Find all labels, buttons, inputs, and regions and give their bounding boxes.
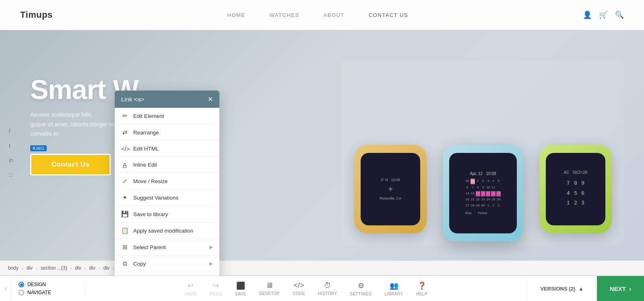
menu-item-hide[interactable]: ◑ Hide (115, 272, 219, 276)
contact-us-button[interactable]: Contact Us (30, 154, 111, 175)
versions-button[interactable]: VERSIONS (2) ▲ (527, 276, 597, 301)
design-radio-dot (19, 282, 24, 287)
redo-button[interactable]: ↪ REDO (210, 281, 222, 296)
social-sidebar: f t in □ (9, 128, 13, 178)
library-icon: 👥 (390, 281, 398, 290)
copy-icon: ⧉ (121, 260, 128, 267)
apply-saved-icon: 📋 (121, 227, 128, 234)
cart-icon[interactable]: 🛒 (599, 10, 608, 19)
nav-about[interactable]: ABOUT (324, 12, 345, 18)
select-parent-icon: ⊞ (121, 243, 128, 251)
navigate-mode-radio[interactable]: NAVIGATE (19, 290, 78, 295)
redo-icon: ↪ (213, 281, 219, 290)
undo-button[interactable]: ↩ UNDO (184, 281, 197, 296)
breadcrumb-bar: body › div › section ...(3) › div › div … (0, 260, 644, 276)
menu-item-suggest-variations[interactable]: ✦ Suggest Variations (115, 190, 219, 206)
button-badge: A.btn1 (30, 145, 47, 151)
redo-label: REDO (210, 292, 222, 296)
user-icon[interactable]: 👤 (583, 10, 592, 19)
watch-right-screen: AC 56/2=28 789 456 123 (546, 153, 605, 225)
next-arrow-icon: › (629, 285, 631, 292)
code-button[interactable]: </> CODE (293, 281, 305, 296)
settings-button[interactable]: ⚙ SETTINGS (350, 281, 372, 296)
rearrange-icon: ⇄ (121, 129, 128, 136)
search-icon[interactable]: 🔍 (615, 10, 624, 19)
menu-item-copy[interactable]: ⧉ Copy ▶ (115, 256, 219, 272)
history-label: HISTORY (318, 291, 337, 296)
watch-group: 0° N 10:09 ✦ Roseville, CA Apr, 12 10:09… (342, 60, 624, 245)
settings-label: SETTINGS (350, 292, 372, 296)
settings-icon: ⚙ (358, 281, 364, 290)
save-icon: ⬛ (236, 281, 245, 290)
code-label: CODE (293, 291, 305, 296)
context-menu: Link <a> ✕ ✏ Edit Element ⇄ Rearrange </… (115, 91, 219, 276)
design-mode-radio[interactable]: DESIGN (19, 282, 78, 287)
breadcrumb-div-2[interactable]: div (75, 265, 81, 271)
watch-right-content: AC 56/2=28 789 456 123 (564, 169, 588, 209)
menu-item-save-library[interactable]: 💾 Save to library (115, 206, 219, 223)
linkedin-icon[interactable]: in (9, 157, 13, 163)
menu-label-copy: Copy (133, 261, 146, 267)
twitter-icon[interactable]: t (9, 142, 13, 149)
breadcrumb-div-3[interactable]: div (89, 265, 95, 271)
nav-links: HOME WATCHES ABOUT CONTACT US (227, 12, 409, 18)
menu-label-edit-html: Edit HTML (133, 146, 159, 152)
move-resize-icon: ⤢ (121, 177, 128, 185)
menu-item-edit-element[interactable]: ✏ Edit Element (115, 108, 219, 124)
menu-label-move-resize: Move / Resize (133, 178, 168, 184)
watch-right: AC 56/2=28 789 456 123 (539, 145, 612, 233)
breadcrumb-sep-1: › (22, 266, 23, 270)
versions-chevron-icon: ▲ (578, 286, 584, 292)
menu-label-inline-edit: Inline Edit (133, 162, 157, 168)
top-navigation: Timups HOME WATCHES ABOUT CONTACT US 👤 🛒… (0, 0, 644, 30)
menu-item-edit-html[interactable]: </> Edit HTML (115, 141, 219, 157)
watch-display-area: 0° N 10:09 ✦ Roseville, CA Apr, 12 10:09… (322, 30, 644, 276)
watch-center-screen: Apr, 12 10:09 303112345 67891011 1314151… (449, 153, 517, 233)
menu-item-inline-edit[interactable]: A Inline Edit (115, 157, 219, 173)
undo-label: UNDO (184, 292, 197, 296)
menu-item-move-resize[interactable]: ⤢ Move / Resize (115, 173, 219, 190)
navigate-radio-dot (19, 290, 24, 295)
watch-left: 0° N 10:09 ✦ Roseville, CA (354, 145, 427, 233)
save-library-icon: 💾 (121, 210, 128, 218)
hero-section: f t in □ Smart Wa Aenean scelerisque fel… (0, 30, 644, 276)
breadcrumb-sep-2: › (36, 266, 37, 270)
help-label: HELP (416, 292, 427, 296)
menu-label-apply-saved: Apply saved modification (133, 228, 193, 234)
logo: Timups (20, 10, 53, 20)
breadcrumb-div-4[interactable]: div (103, 265, 109, 271)
instagram-icon[interactable]: □ (9, 171, 13, 178)
library-button[interactable]: 👥 LIBRARY (385, 281, 403, 296)
undo-icon: ↩ (188, 281, 194, 290)
code-icon: </> (293, 281, 304, 290)
next-button[interactable]: NEXT › (597, 276, 644, 301)
menu-item-apply-saved[interactable]: 📋 Apply saved modification (115, 223, 219, 239)
menu-item-select-parent[interactable]: ⊞ Select Parent ▶ (115, 239, 219, 256)
nav-home[interactable]: HOME (227, 12, 246, 18)
breadcrumb-body[interactable]: body (8, 265, 19, 271)
breadcrumb-section[interactable]: section ...(3) (41, 265, 67, 271)
menu-item-rearrange[interactable]: ⇄ Rearrange (115, 124, 219, 141)
context-menu-header: Link <a> ✕ (115, 91, 219, 108)
watch-left-screen: 0° N 10:09 ✦ Roseville, CA (361, 153, 420, 225)
menu-label-rearrange: Rearrange (133, 130, 159, 136)
context-menu-close-button[interactable]: ✕ (208, 95, 213, 103)
facebook-icon[interactable]: f (9, 128, 13, 134)
help-button[interactable]: ❓ HELP (416, 281, 427, 296)
select-parent-chevron: ▶ (209, 244, 213, 250)
history-button[interactable]: ⏱ HISTORY (318, 281, 337, 296)
desktop-button[interactable]: 🖥 DESKTOP (259, 281, 280, 296)
save-button[interactable]: ⬛ SAVE (235, 281, 246, 296)
nav-icon-group: 👤 🛒 🔍 (583, 10, 624, 19)
toolbar-collapse-button[interactable]: ‹ (0, 276, 12, 301)
edit-element-icon: ✏ (121, 112, 128, 120)
breadcrumb-div-1[interactable]: div (27, 265, 33, 271)
help-icon: ❓ (417, 281, 426, 290)
library-label: LIBRARY (385, 292, 403, 296)
watch-center: Apr, 12 10:09 303112345 67891011 1314151… (443, 145, 523, 241)
nav-contact[interactable]: CONTACT US (369, 12, 408, 18)
menu-label-suggest-variations: Suggest Variations (133, 195, 178, 201)
edit-html-icon: </> (121, 145, 128, 152)
nav-watches[interactable]: WATCHES (270, 12, 299, 18)
menu-label-save-library: Save to library (133, 211, 168, 217)
